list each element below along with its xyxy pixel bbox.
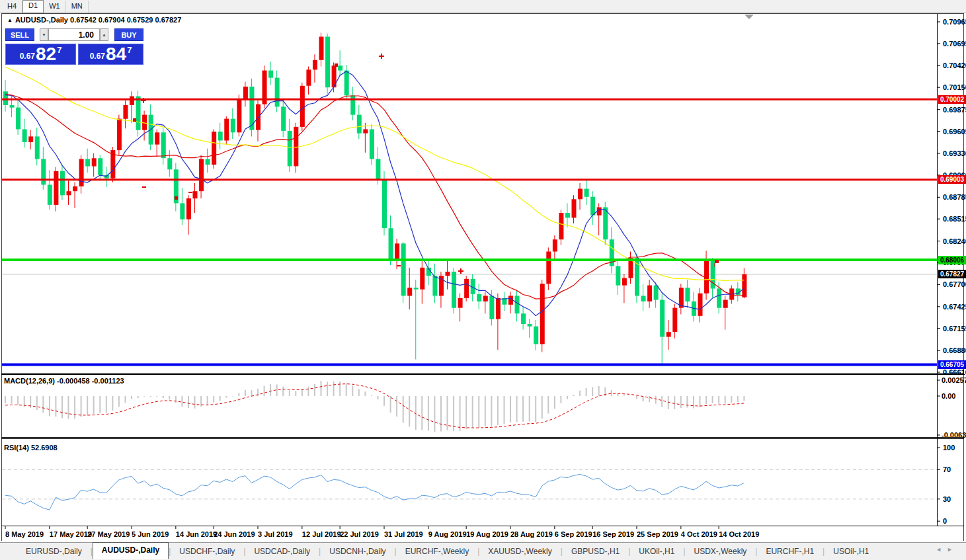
candle (325, 37, 330, 88)
buy-button[interactable]: BUY (114, 28, 143, 41)
candle (414, 288, 419, 289)
chart-tab-usdcad-daily[interactable]: USDCAD-,Daily (245, 545, 319, 558)
hline-price-label: 0.66705 (938, 360, 966, 369)
price-axis-label: 0.69330 (943, 149, 966, 157)
price-axis-label: 0.70965 (943, 18, 966, 26)
volume-down-button[interactable]: ▼ (40, 28, 48, 41)
candle (553, 239, 557, 251)
chart-tab-eurusd-daily[interactable]: EURUSD-,Daily (17, 545, 91, 558)
candle (578, 189, 583, 200)
volume-up-button[interactable]: ▲ (100, 28, 108, 41)
macd-signal-line (5, 384, 744, 428)
price-axis-label: 0.66880 (943, 346, 966, 354)
sell-price-pip: 7 (57, 45, 61, 55)
candle (446, 272, 450, 276)
candle (92, 158, 97, 166)
candle (54, 171, 58, 205)
rsi-axis-label: 70 (943, 465, 951, 473)
candle (281, 106, 286, 131)
chart-tab-eurchf-h1[interactable]: EURCHF-,H1 (757, 545, 823, 558)
buy-price-display[interactable]: 0.67847 (78, 44, 143, 65)
chart-tab-eurchf-weekly[interactable]: EURCHF-,Weekly (397, 545, 477, 558)
chart-tab-usdchf-daily[interactable]: USDCHF-,Daily (171, 545, 243, 558)
date-axis-label: 27 May 2019 (87, 530, 130, 538)
chart-tab-xauusd-weekly[interactable]: XAUUSD-,Weekly (479, 545, 560, 558)
tab-scroll-arrows[interactable]: ◄► (936, 546, 958, 553)
candle (565, 213, 570, 218)
candle (496, 298, 501, 319)
ma-line-8 (5, 71, 744, 316)
candle (698, 294, 703, 316)
candle (155, 132, 159, 144)
sell-price-big: 82 (36, 46, 56, 63)
candle (572, 199, 577, 218)
chart-tab-audusd-daily[interactable]: AUDUSD-,Daily (93, 542, 169, 559)
candle (123, 105, 128, 119)
candle (136, 97, 141, 130)
chart-tab-ukoil-h1[interactable]: UKOil-,H1 (630, 545, 683, 558)
date-axis-label: 12 Jul 2019 (302, 530, 341, 538)
sell-price-display[interactable]: 0.67827 (5, 44, 76, 65)
candle (67, 191, 71, 195)
candle (464, 279, 469, 298)
candle (515, 296, 520, 313)
date-axis-label: 16 Sep 2019 (592, 530, 634, 538)
candle (268, 71, 273, 78)
candle (313, 60, 317, 70)
candle (130, 97, 134, 105)
macd-axis-label: 0.00 (942, 392, 955, 400)
sell-button[interactable]: SELL (5, 28, 34, 41)
trade-marker (175, 196, 178, 200)
candle (22, 130, 27, 143)
candle (717, 288, 721, 307)
candle (237, 99, 241, 132)
candle (167, 158, 172, 169)
symbol-tab-bar: EURUSD-,Daily|AUDUSD-,Daily|USDCHF-,Dail… (0, 542, 966, 560)
candle (407, 288, 412, 296)
volume-input[interactable] (48, 28, 100, 41)
candle (389, 228, 393, 260)
collapse-trade-panel-icon[interactable]: ▲ (7, 17, 13, 23)
buy-price-prefix: 0.67 (90, 52, 105, 61)
candle (559, 213, 563, 239)
chart-shift-icon[interactable] (745, 15, 754, 19)
macd-histogram (5, 381, 744, 432)
candle (452, 272, 456, 308)
trade-marker (335, 63, 338, 67)
candle (363, 130, 368, 134)
candle (161, 132, 166, 158)
candle (370, 130, 374, 159)
date-axis-label: 17 May 2019 (50, 530, 92, 538)
candle (294, 127, 298, 167)
candle (401, 243, 406, 296)
candle (540, 284, 545, 344)
candle (723, 300, 728, 308)
macd-indicator-label: MACD(12,26,9) -0.000458 -0.001123 (4, 377, 124, 385)
candle (666, 332, 671, 337)
chart-tab-usdcnh-daily[interactable]: USDCNH-,Daily (321, 545, 394, 558)
price-axis-label: 0.67155 (943, 325, 966, 333)
candle (685, 288, 690, 301)
candle (616, 266, 620, 285)
candle (98, 158, 102, 175)
chart-title-text: AUDUSD-,Daily 0.67542 0.67904 0.67529 0.… (15, 16, 181, 24)
candle (60, 171, 65, 196)
candle (319, 37, 324, 60)
candle (16, 108, 20, 130)
chart-surface[interactable] (0, 0, 966, 560)
price-axis-label: 0.70150 (943, 83, 966, 91)
chart-tab-usdx-weekly[interactable]: USDX-,Weekly (686, 545, 756, 558)
rsi-line (5, 475, 744, 510)
price-axis-label: 0.68515 (943, 215, 966, 223)
chart-tab-gbpusd-h1[interactable]: GBPUSD-,H1 (563, 545, 628, 558)
chart-tab-usoil-h1[interactable]: USOil-,H1 (825, 545, 877, 558)
candle (641, 296, 646, 301)
candle (704, 259, 709, 293)
price-axis-label: 0.70420 (943, 61, 966, 69)
candle (73, 186, 77, 191)
candle (288, 131, 292, 167)
hline-price-label: 0.68006 (938, 256, 966, 264)
candle (206, 159, 210, 165)
candle (528, 324, 532, 327)
date-axis-label: 3 Jul 2019 (258, 530, 293, 538)
